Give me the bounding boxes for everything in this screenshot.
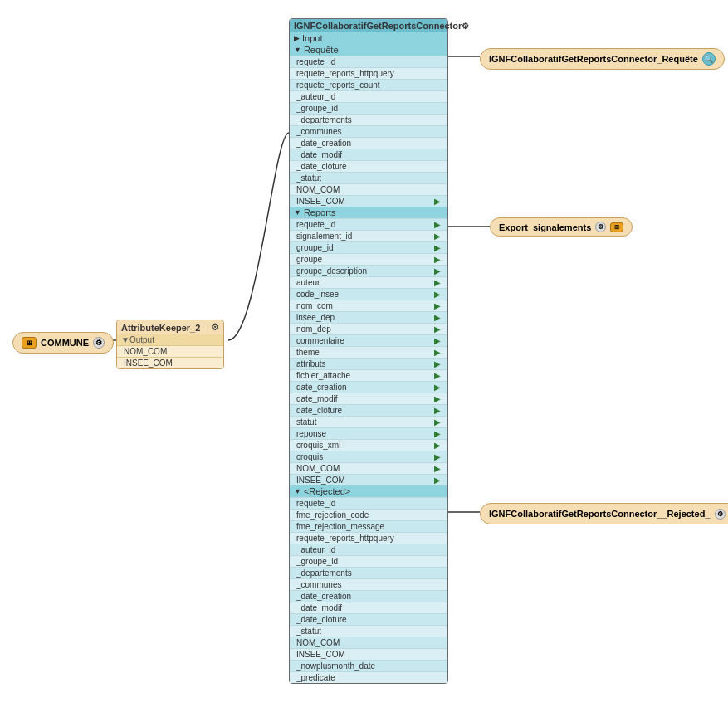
r8: ▶	[434, 301, 441, 310]
field-rep-date-creation: date_creation▶	[290, 381, 447, 393]
attr-output-section: ▼ Output	[117, 334, 223, 345]
output-reports-label: Export_signalements	[499, 222, 591, 232]
field-requete-id: requete_id	[290, 56, 447, 67]
input-arrow: ▶	[294, 34, 300, 42]
r21: ▶	[434, 452, 441, 461]
attr-keeper-node: AttributeKeeper_2 ⚙ ▼ Output NOM_COM INS…	[116, 320, 224, 369]
attr-gear-icon[interactable]: ⚙	[211, 322, 219, 333]
r10: ▶	[434, 324, 441, 334]
output-rejected-node[interactable]: IGNFCollaboratifGetReportsConnector__Rej…	[480, 503, 728, 524]
field-rep-nom-com-2: NOM_COM▶	[290, 462, 447, 474]
r15: ▶	[434, 383, 441, 392]
field-rej-requete-id: requete_id	[290, 497, 447, 509]
r23: ▶	[434, 476, 441, 485]
r2: ▶	[434, 232, 441, 241]
commune-label: COMMUNE	[41, 338, 89, 348]
field-rej-httpquery: requete_reports_httpquery	[290, 532, 447, 544]
field-rep-nom-dep: nom_dep▶	[290, 323, 447, 334]
r3: ▶	[434, 243, 441, 252]
field-rep-commentaire: commentaire▶	[290, 334, 447, 346]
commune-table-icon: ⊞	[22, 337, 37, 349]
field-rej-nowplus: _nowplusmonth_date	[290, 660, 447, 671]
output-reports-node[interactable]: Export_signalements ⚙ ⊞	[490, 217, 633, 237]
field-rep-insee-dep: insee_dep▶	[290, 311, 447, 323]
field-requete-httpquery: requete_reports_httpquery	[290, 67, 447, 79]
field-nom-com-req: NOM_COM	[290, 183, 447, 195]
field-rep-insee-com-2: INSEE_COM▶	[290, 474, 447, 485]
rejected-section-header[interactable]: ▼ <Rejected>	[290, 485, 447, 497]
field-rep-groupe-id: groupe_id▶	[290, 241, 447, 253]
attr-field-nomcom: NOM_COM	[117, 345, 223, 357]
requete-section-header[interactable]: ▼ Requête	[290, 44, 447, 56]
attr-field-inseecom: INSEE_COM	[117, 357, 223, 368]
output-requete-search-icon[interactable]: 🔍	[702, 52, 716, 66]
r9: ▶	[434, 313, 441, 322]
field-rep-statut: statut▶	[290, 416, 447, 427]
field-rep-theme: theme▶	[290, 346, 447, 358]
attr-section-label: Output	[129, 335, 154, 344]
r16: ▶	[434, 394, 441, 403]
rejected-arrow: ▼	[294, 487, 301, 495]
field-rej-insee-com: INSEE_COM	[290, 648, 447, 660]
field-rej-fme-msg: fme_rejection_message	[290, 520, 447, 532]
requete-label: Requête	[304, 45, 339, 55]
export-table-icon: ⊞	[610, 222, 623, 232]
reports-arrow: ▼	[294, 208, 301, 217]
r4: ▶	[434, 255, 441, 264]
r11: ▶	[434, 336, 441, 345]
r1: ▶	[434, 220, 441, 229]
field-date-creation: _date_creation	[290, 137, 447, 149]
field-rep-nom-com: nom_com▶	[290, 300, 447, 311]
field-rej-predicate: _predicate	[290, 671, 447, 683]
field-rep-code-insee: code_insee▶	[290, 288, 447, 300]
input-label: Input	[302, 33, 322, 43]
field-rej-date-modif: _date_modif	[290, 602, 447, 613]
field-departements: _departements	[290, 114, 447, 125]
r13: ▶	[434, 359, 441, 368]
field-rej-communes: _communes	[290, 578, 447, 590]
field-rep-requete-id: requete_id▶	[290, 218, 447, 230]
field-rep-groupe: groupe▶	[290, 253, 447, 265]
field-rej-groupe-id: _groupe_id	[290, 555, 447, 567]
attr-header[interactable]: AttributeKeeper_2 ⚙	[117, 320, 223, 334]
input-section-header: ▶ Input	[290, 32, 447, 44]
field-rej-date-creation: _date_creation	[290, 590, 447, 602]
field-auteur-id: _auteur_id	[290, 90, 447, 102]
output-rejected-label: IGNFCollaboratifGetReportsConnector__Rej…	[489, 509, 711, 519]
reports-section-header[interactable]: ▼ Reports	[290, 207, 447, 218]
output-requete-node[interactable]: IGNFCollaboratifGetReportsConnector_Requ…	[480, 48, 725, 70]
main-gear-icon[interactable]: ⚙	[462, 22, 469, 31]
r18: ▶	[434, 417, 441, 427]
r17: ▶	[434, 406, 441, 415]
field-rep-auteur: auteur▶	[290, 276, 447, 288]
r14: ▶	[434, 371, 441, 380]
field-communes: _communes	[290, 125, 447, 137]
field-date-cloture: _date_cloture	[290, 160, 447, 172]
field-date-modif: _date_modif	[290, 149, 447, 160]
r19: ▶	[434, 429, 441, 438]
commune-gear-icon[interactable]: ⚙	[93, 337, 105, 349]
canvas: ⊞ COMMUNE ⚙ AttributeKeeper_2 ⚙ ▼ Output…	[0, 0, 728, 722]
field-requete-count: requete_reports_count	[290, 79, 447, 90]
field-rej-auteur-id: _auteur_id	[290, 544, 447, 555]
field-rej-nom-com: NOM_COM	[290, 637, 447, 648]
r22: ▶	[434, 464, 441, 473]
export-gear-icon[interactable]: ⚙	[595, 222, 606, 232]
rejected-gear-icon[interactable]: ⚙	[715, 509, 726, 520]
commune-node[interactable]: ⊞ COMMUNE ⚙	[12, 332, 114, 354]
field-rej-fme-code: fme_rejection_code	[290, 509, 447, 520]
main-connector-node: IGNFCollaboratifGetReportsConnector ⚙ ▶ …	[289, 18, 448, 684]
r20: ▶	[434, 441, 441, 450]
field-statut: _statut	[290, 172, 447, 183]
r12: ▶	[434, 348, 441, 357]
output-requete-label: IGNFCollaboratifGetReportsConnector_Requ…	[489, 54, 698, 64]
field-groupe-id: _groupe_id	[290, 102, 447, 114]
field-rep-reponse: reponse▶	[290, 427, 447, 439]
field-rep-croquis-xml: croquis_xml▶	[290, 439, 447, 451]
attr-section-arrow: ▼	[121, 335, 129, 344]
attr-title: AttributeKeeper_2	[121, 323, 200, 333]
field-rep-croquis: croquis▶	[290, 451, 447, 462]
field-insee-com-req: INSEE_COM▶	[290, 195, 447, 207]
field-rep-date-modif: date_modif▶	[290, 393, 447, 404]
main-node-header[interactable]: IGNFCollaboratifGetReportsConnector ⚙	[290, 19, 447, 32]
